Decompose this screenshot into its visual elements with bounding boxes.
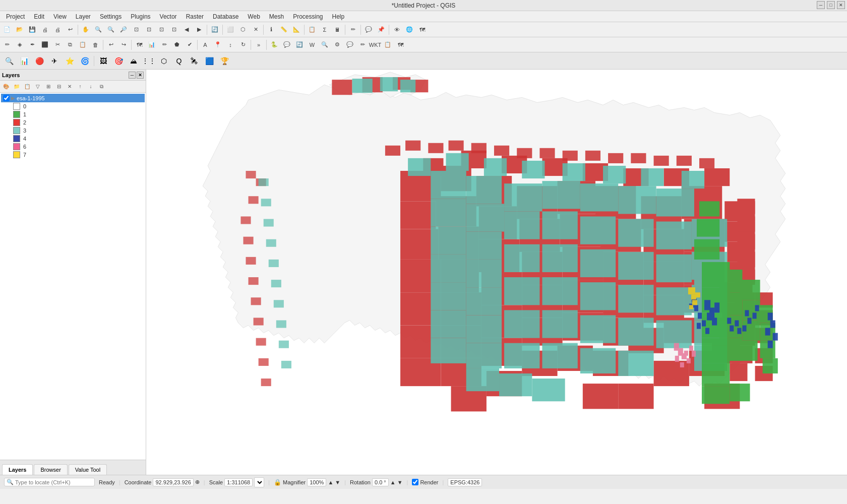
zoom-selection-button[interactable]: ⊡ (143, 24, 155, 36)
menu-plugins[interactable]: Plugins (127, 12, 154, 21)
plugin-plane[interactable]: ✈ (47, 54, 62, 68)
new-project-button[interactable]: 📄 (1, 24, 13, 36)
minimize-button[interactable]: ─ (817, 1, 825, 9)
plugin2[interactable]: 🔄 (293, 39, 306, 51)
statistics-button[interactable]: Σ (319, 24, 331, 36)
print-button[interactable]: 🖨 (51, 24, 64, 36)
duplicate-layer-btn[interactable]: ⧉ (96, 82, 106, 92)
plugin-image[interactable]: 🖼 (96, 54, 110, 68)
python-button[interactable]: 🐍 (268, 39, 280, 51)
menu-view[interactable]: View (49, 12, 71, 21)
plugin5[interactable]: ⚙ (331, 39, 343, 51)
plugin-red[interactable]: 🔴 (32, 54, 46, 68)
rotation-down-icon[interactable]: ▼ (397, 479, 403, 485)
layers-close-button[interactable]: ✕ (137, 72, 144, 79)
menu-layer[interactable]: Layer (72, 12, 95, 21)
epsg-value[interactable]: EPSG:4326 (448, 478, 482, 486)
zoom-prev-button[interactable]: ◀ (180, 24, 193, 36)
locate-input[interactable] (15, 479, 91, 485)
undo2[interactable]: ↩ (105, 39, 117, 51)
menu-edit[interactable]: Edit (30, 12, 48, 21)
preview-button[interactable]: 👁 (391, 24, 403, 36)
vertex-tool[interactable]: ⬟ (171, 39, 183, 51)
measure-button[interactable]: 📏 (278, 24, 290, 36)
refresh-button[interactable]: 🔄 (209, 24, 221, 36)
pan-to-selection[interactable]: 🔍 (92, 24, 104, 36)
map-canvas[interactable] (146, 70, 847, 475)
menu-raster[interactable]: Raster (182, 12, 208, 21)
select-polygon-button[interactable]: ⬡ (237, 24, 249, 36)
add-vector-layer[interactable]: 📊 (146, 39, 158, 51)
more-tools[interactable]: » (253, 39, 265, 51)
plugin-trophy[interactable]: 🏆 (217, 54, 231, 68)
plugin9[interactable]: 📋 (382, 39, 394, 51)
measure-area-button[interactable]: 📐 (290, 24, 302, 36)
label-move[interactable]: ↕ (224, 39, 236, 51)
edit-select-all[interactable]: ⬛ (39, 39, 51, 51)
zoom-next-button[interactable]: ▶ (193, 24, 205, 36)
magnifier-down-icon[interactable]: ▼ (335, 479, 340, 485)
menu-vector[interactable]: Vector (156, 12, 181, 21)
layer-visibility-checkbox[interactable] (3, 95, 10, 101)
plugin-blue-square[interactable]: 🟦 (202, 54, 216, 68)
field-calculator-button[interactable]: 🖩 (331, 24, 343, 36)
move-down-btn[interactable]: ↓ (86, 82, 96, 92)
plugin8[interactable]: WKT (369, 39, 381, 51)
tab-value-tool[interactable]: Value Tool (69, 464, 107, 475)
menu-project[interactable]: Project (2, 12, 29, 21)
plugin-nodes[interactable]: ⬡ (157, 54, 171, 68)
edit-delete[interactable]: 🗑 (89, 39, 101, 51)
plugin10[interactable]: 🗺 (394, 39, 406, 51)
menu-web[interactable]: Web (244, 12, 264, 21)
globe-button[interactable]: 🌐 (403, 24, 415, 36)
collapse-all-btn[interactable]: ⊟ (54, 82, 64, 92)
redo2[interactable]: ↪ (117, 39, 130, 51)
plugin-grid[interactable]: ⋮⋮ (142, 54, 156, 68)
plugin7[interactable]: ✏ (356, 39, 369, 51)
manage-layers-btn[interactable]: 📋 (22, 82, 32, 92)
menu-settings[interactable]: Settings (96, 12, 126, 21)
menu-database[interactable]: Database (209, 12, 243, 21)
scale-dropdown[interactable] (254, 477, 264, 487)
select-feature-button[interactable]: ⬜ (224, 24, 236, 36)
plugin1[interactable]: 💬 (281, 39, 293, 51)
zoom-full-button[interactable]: ⊡ (130, 24, 142, 36)
tab-browser[interactable]: Browser (34, 464, 67, 475)
pan-button[interactable]: ✋ (80, 24, 92, 36)
plugin-target[interactable]: 🎯 (111, 54, 126, 68)
digitize-button[interactable]: ✏ (347, 24, 359, 36)
annotations-button[interactable]: 📌 (375, 24, 387, 36)
layers-minimize-button[interactable]: ─ (129, 72, 136, 79)
move-up-btn[interactable]: ↑ (75, 82, 85, 92)
edit-copy[interactable]: ⧉ (64, 39, 76, 51)
label-tool[interactable]: A (199, 39, 211, 51)
magnifier-up-icon[interactable]: ▲ (328, 479, 333, 485)
save-project-button[interactable]: 💾 (26, 24, 38, 36)
map-tips-button[interactable]: 💬 (362, 24, 375, 36)
zoom-in-button[interactable]: 🔍 (105, 24, 117, 36)
advanced-digitize[interactable]: ✔ (184, 39, 196, 51)
new-3d-button[interactable]: 🗺 (416, 24, 428, 36)
expand-all-btn[interactable]: ⊞ (43, 82, 53, 92)
render-checkbox[interactable] (412, 479, 418, 485)
plugin-qgis-logo[interactable]: Q (172, 54, 186, 68)
plugin-spiral[interactable]: 🌀 (78, 54, 92, 68)
menu-help[interactable]: Help (328, 12, 349, 21)
plugin3[interactable]: W (306, 39, 318, 51)
plugin-star[interactable]: ⭐ (63, 54, 77, 68)
open-project-button[interactable]: 📂 (14, 24, 26, 36)
edit-cut[interactable]: ✂ (51, 39, 64, 51)
maximize-button[interactable]: □ (827, 1, 835, 9)
digitize-tools[interactable]: ✏ (158, 39, 170, 51)
plugin6[interactable]: 💬 (344, 39, 356, 51)
add-group-btn[interactable]: 📁 (12, 82, 22, 92)
menu-mesh[interactable]: Mesh (265, 12, 288, 21)
zoom-layer-button[interactable]: ⊡ (155, 24, 167, 36)
zoom-out-button[interactable]: 🔎 (117, 24, 130, 36)
label-rotate[interactable]: ↻ (237, 39, 249, 51)
rotation-up-icon[interactable]: ▲ (390, 479, 396, 485)
open-table-button[interactable]: 📋 (306, 24, 318, 36)
open-layer-style-btn[interactable]: 🎨 (1, 82, 11, 92)
zoom-native-button[interactable]: ⊡ (168, 24, 180, 36)
undo-button[interactable]: ↩ (64, 24, 76, 36)
